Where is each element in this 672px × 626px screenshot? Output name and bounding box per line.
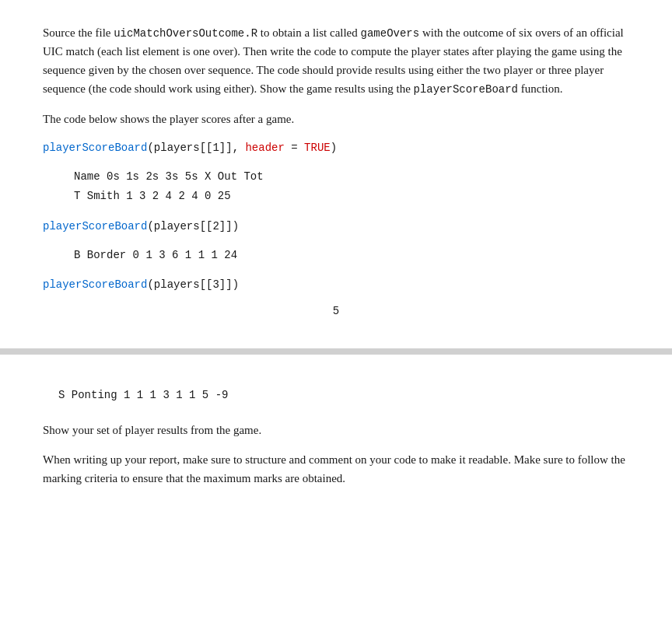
bottom-section: S Ponting 1 1 1 3 1 1 5 -9 Show your set… [0,355,672,522]
inline-code-3: playerScoreBoard [414,83,518,96]
code-function-3: playerScoreBoard [43,278,147,291]
code-header-keyword: header [245,142,284,154]
score-table-2: B Border 0 1 3 6 1 1 1 24 [74,246,629,265]
code-block-1: playerScoreBoard(players[[1]], header = … [43,139,629,156]
code-function-2: playerScoreBoard [43,220,147,233]
code-true-keyword: TRUE [304,142,331,154]
code-args-3: (players[[3]]) [147,278,239,291]
page-number: 5 [43,305,629,317]
score-table-row-2: B Border 0 1 3 6 1 1 1 24 [74,246,629,265]
score-row-bottom: S Ponting 1 1 1 3 1 1 5 -9 [58,386,629,405]
inline-code-2: gameOvers [361,27,420,40]
code-equals: = [285,142,304,154]
score-table-header: Name 0s 1s 2s 3s 5s X Out Tot [74,167,629,187]
code-block-3: playerScoreBoard(players[[3]]) [43,276,629,293]
bottom-paragraphs: Show your set of player results from the… [43,421,629,488]
paragraph-1: Source the file uicMatchOversOutcome.R t… [43,23,629,99]
code-args-1: (players[[1]], [147,142,245,154]
paragraph-3: Show your set of player results from the… [43,421,629,439]
paragraph-4: When writing up your report, make sure t… [43,450,629,488]
code-paren-1: ) [331,142,337,154]
score-table-1: Name 0s 1s 2s 3s 5s X Out Tot T Smith 1 … [74,167,629,206]
top-section: Source the file uicMatchOversOutcome.R t… [0,0,672,348]
paragraph-2: The code below shows the player scores a… [43,110,629,128]
code-args-2: (players[[2]]) [147,220,239,233]
score-table-row-1: T Smith 1 3 2 4 2 4 0 25 [74,187,629,206]
page-container: Source the file uicMatchOversOutcome.R t… [0,0,672,522]
page-divider [0,348,672,355]
inline-code-1: uicMatchOversOutcome.R [114,27,257,40]
code-block-2: playerScoreBoard(players[[2]]) [43,218,629,235]
code-function-1: playerScoreBoard [43,142,147,154]
